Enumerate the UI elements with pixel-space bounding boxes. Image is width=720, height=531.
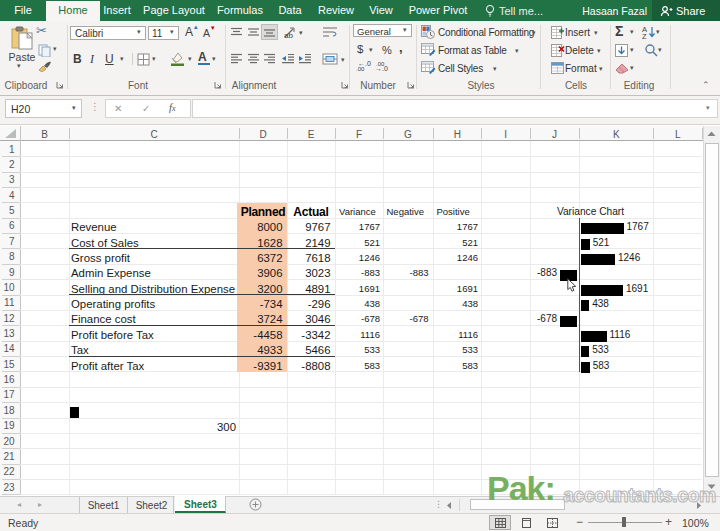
svg-text:→.0: →.0 xyxy=(375,65,388,72)
svg-text:Z: Z xyxy=(642,32,647,39)
svg-text:.00: .00 xyxy=(356,66,365,72)
svg-text:ab: ab xyxy=(284,31,293,39)
